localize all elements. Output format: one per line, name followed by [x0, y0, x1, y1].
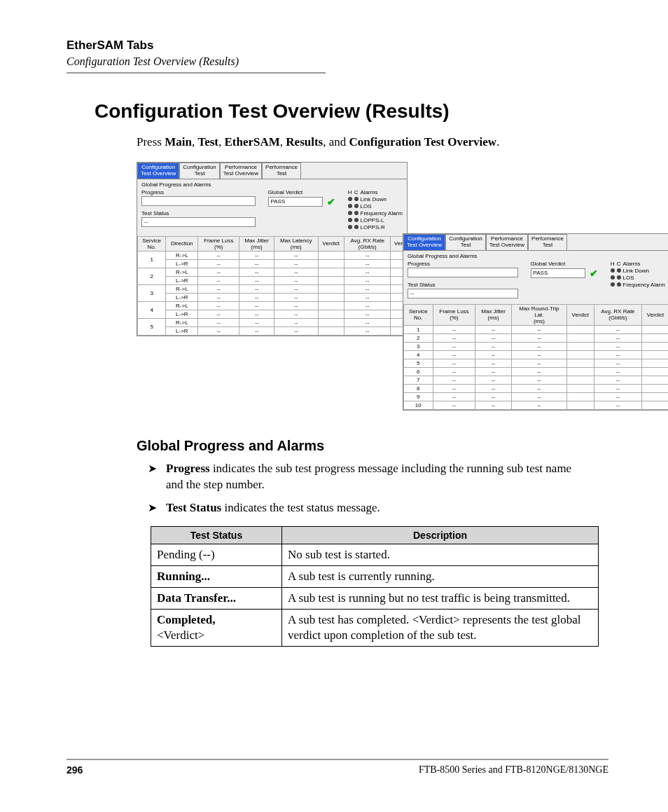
progress-box	[141, 196, 256, 206]
status-row: Pending (--)No sub test is started.	[151, 544, 599, 565]
progress-field: Progress	[141, 189, 256, 206]
table-row: L->R--------	[138, 259, 407, 268]
table-row: 10--------	[404, 401, 669, 409]
col-header: Verdict	[566, 304, 594, 325]
table-row: L->R--------	[138, 310, 407, 318]
test-status-field: Test Status--	[408, 282, 518, 298]
alarm-row: LOS	[611, 275, 665, 281]
alarms: HCAlarmsLink DownLOSFrequency AlarmLOPPS…	[348, 189, 403, 230]
gpa-panel: Global Progress and Alarms Progress Test…	[137, 179, 407, 235]
led-icon	[348, 218, 352, 222]
tab[interactable]: PerformanceTest Overview	[486, 234, 528, 250]
global-verdict-field: Global Verdict PASS✔	[531, 261, 598, 279]
led-icon	[611, 282, 615, 287]
bullet-item: Test Status indicates the test status me…	[151, 500, 580, 516]
table-row: 2--------	[404, 333, 669, 342]
bullet-item: Progress indicates the sub test progress…	[151, 461, 580, 493]
status-row: Running...A sub test is currently runnin…	[151, 565, 599, 587]
panel-title: Global Progress and Alarms	[141, 181, 403, 188]
test-status-box: --	[408, 289, 518, 298]
verdict-box: PASS	[531, 268, 585, 278]
results-table-a: ServiceNo.DirectionFrame Loss(%)Max Jitt…	[137, 236, 407, 336]
col-header: Max Round-TripLat.(ms)	[511, 304, 566, 325]
header-subtitle: Configuration Test Overview (Results)	[67, 55, 608, 68]
tab-strip: ConfigurationTest OverviewConfigurationT…	[137, 163, 407, 179]
alarm-row: LOS	[348, 203, 403, 209]
status-row: Completed,<Verdict>A sub test has comple…	[151, 610, 599, 647]
bullet-text: indicates the test status message.	[221, 501, 380, 514]
tab[interactable]: PerformanceTest	[528, 234, 567, 250]
bullet-term: Progress	[166, 462, 210, 475]
tab[interactable]: ConfigurationTest Overview	[137, 163, 179, 179]
page-number: 296	[67, 764, 83, 776]
page-footer: 296 FTB-8500 Series and FTB-8120NGE/8130…	[67, 759, 608, 776]
table-row: 1R->L--------	[138, 251, 407, 259]
bullet-list: Progress indicates the sub test progress…	[151, 461, 580, 516]
col-header: Max Jitter(ms)	[239, 236, 274, 251]
alarm-label: Frequency Alarm	[361, 210, 403, 216]
led-icon	[354, 218, 359, 222]
page-header: EtherSAM Tabs Configuration Test Overvie…	[67, 39, 608, 74]
col-header: ServiceNo.	[138, 236, 166, 251]
progress-box	[408, 268, 518, 277]
footer-rule	[67, 759, 608, 760]
led-icon	[348, 211, 352, 215]
table-row: L->R--------	[138, 276, 407, 284]
alarm-row: LOPPS-R	[348, 224, 403, 230]
screenshot-b: ConfigurationTest OverviewConfigurationT…	[403, 233, 668, 411]
status-desc: A sub test has completed. <Verdict> repr…	[282, 610, 599, 647]
gpa-panel: Global Progress and Alarms Progress Test…	[403, 250, 668, 303]
led-icon	[348, 204, 352, 208]
table-row: 6--------	[404, 367, 669, 376]
table-row: 8--------	[404, 384, 669, 392]
status-header: Description	[282, 526, 599, 544]
bullet-term: Test Status	[166, 501, 221, 514]
test-status-field: Test Status--	[141, 210, 256, 227]
status-desc: A sub test is running but no test traffi…	[282, 588, 599, 610]
main-heading: Configuration Test Overview (Results)	[95, 100, 608, 123]
col-header: Direction	[166, 236, 198, 251]
alarm-label: Link Down	[361, 196, 387, 202]
check-icon: ✔	[327, 196, 335, 207]
tab[interactable]: PerformanceTest Overview	[220, 163, 262, 179]
results-table-b: ServiceNo.Frame Loss(%)Max Jitter(ms)Max…	[403, 304, 668, 410]
table-row: 7--------	[404, 376, 669, 384]
tab[interactable]: ConfigurationTest	[179, 163, 220, 179]
alarm-label: LOS	[361, 203, 372, 209]
status-key: Completed,<Verdict>	[151, 610, 282, 647]
alarm-label: LOPPS-L	[361, 217, 384, 223]
sub-heading: Global Progress and Alarms	[137, 438, 608, 454]
check-icon: ✔	[590, 268, 598, 279]
led-icon	[617, 282, 621, 287]
led-icon	[617, 268, 621, 273]
alarm-row: Frequency Alarm	[348, 210, 403, 216]
status-key: Data Transfer...	[151, 588, 282, 610]
col-header: Max Jitter(ms)	[475, 304, 511, 325]
led-icon	[354, 204, 359, 208]
col-header: Frame Loss(%)	[433, 304, 475, 325]
screenshot-a: ConfigurationTest OverviewConfigurationT…	[137, 162, 408, 336]
alarm-row: Link Down	[611, 268, 665, 274]
alarm-label: Frequency Alarm	[623, 282, 665, 288]
led-icon	[354, 225, 359, 229]
tab[interactable]: ConfigurationTest	[445, 234, 486, 250]
page: EtherSAM Tabs Configuration Test Overvie…	[0, 0, 668, 812]
test-status-box: --	[141, 217, 256, 227]
col-header: Frame Loss(%)	[198, 236, 239, 251]
verdict-box: PASS	[268, 197, 323, 207]
progress-field: Progress	[408, 261, 518, 277]
table-row: 2R->L--------	[138, 268, 407, 276]
col-header: ServiceNo.	[404, 304, 433, 325]
status-desc: No sub test is started.	[282, 544, 599, 565]
tab[interactable]: ConfigurationTest Overview	[403, 234, 445, 250]
col-header: Max Latency(ms)	[274, 236, 318, 251]
led-icon	[348, 197, 352, 201]
table-row: 3R->L--------	[138, 284, 407, 293]
table-row: 3--------	[404, 342, 669, 350]
tab[interactable]: PerformanceTest	[262, 163, 301, 179]
global-verdict-field: Global Verdict PASS✔	[268, 189, 335, 207]
table-row: 9--------	[404, 392, 669, 401]
led-icon	[611, 268, 615, 273]
intro-paragraph: Press Main, Test, EtherSAM, Results, and…	[137, 135, 608, 149]
led-icon	[354, 197, 359, 201]
